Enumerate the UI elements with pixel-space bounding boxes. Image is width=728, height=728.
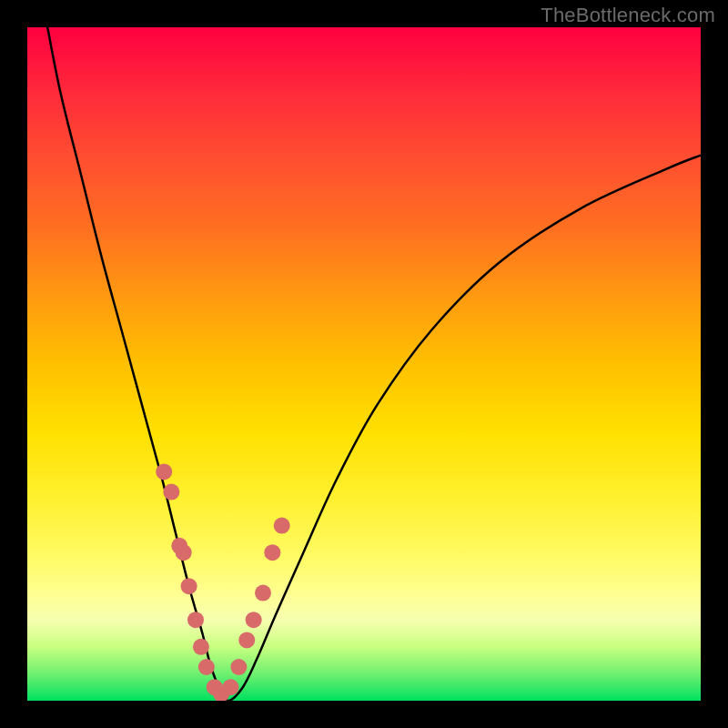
highlight-dot — [230, 659, 247, 675]
plot-area — [27, 27, 701, 701]
highlight-dot — [163, 484, 179, 500]
watermark-text: TheBottleneck.com — [541, 4, 715, 27]
highlight-dot — [255, 585, 271, 602]
highlight-dot — [156, 463, 172, 480]
chart-frame: TheBottleneck.com — [0, 0, 728, 728]
highlight-dot — [176, 544, 192, 561]
highlight-dot — [246, 612, 262, 628]
highlight-dot — [193, 639, 209, 655]
highlight-dot — [222, 679, 238, 695]
highlight-dot — [187, 612, 204, 628]
highlight-dot — [198, 659, 215, 675]
highlight-dot — [264, 544, 280, 561]
marker-group — [156, 463, 290, 701]
bottleneck-curve — [47, 27, 701, 701]
chart-svg — [27, 27, 701, 701]
highlight-dot — [181, 578, 197, 594]
highlight-dot — [238, 632, 255, 648]
highlight-dot — [274, 518, 290, 534]
